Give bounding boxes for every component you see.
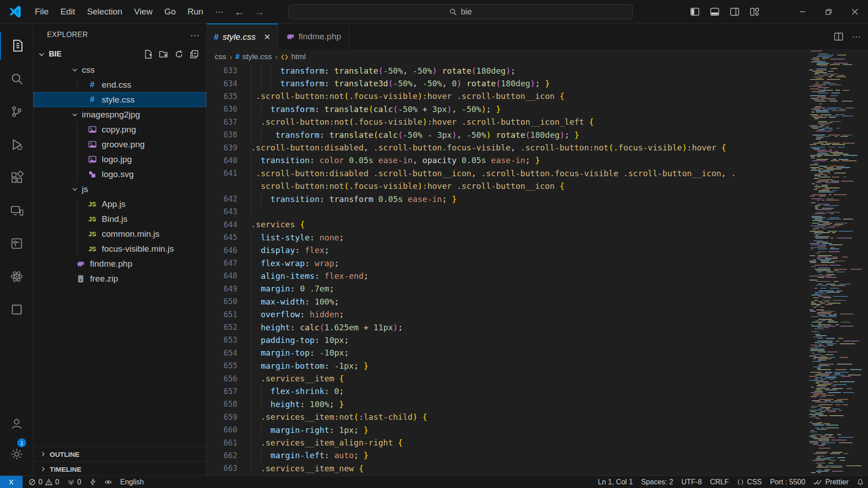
menu-edit[interactable]: Edit: [55, 4, 81, 19]
activity-search-icon[interactable]: [0, 65, 33, 93]
watch-indicator[interactable]: [100, 476, 116, 488]
close-button[interactable]: [842, 0, 868, 23]
encoding-indicator[interactable]: UTF-8: [677, 476, 706, 488]
cursor-position[interactable]: Ln 1, Col 1: [594, 476, 637, 488]
remote-indicator[interactable]: [0, 476, 23, 488]
toggle-secondary-sidebar-icon[interactable]: [730, 7, 740, 17]
tree-file-common-min-js[interactable]: JScommon.min.js: [33, 226, 206, 241]
activity-source-control-icon[interactable]: [0, 98, 33, 126]
code-line-651[interactable]: 651overflow: hidden;: [207, 308, 807, 320]
nav-forward-icon[interactable]: →: [254, 5, 265, 18]
language-mode-indicator[interactable]: CSS: [733, 476, 766, 488]
code-line-652[interactable]: 652height: calc(1.625em + 11px);: [207, 321, 807, 333]
toggle-sidebar-icon[interactable]: [690, 7, 700, 17]
activity-run-debug-icon[interactable]: [0, 131, 33, 159]
code-line-649[interactable]: 649margin: 0 .7em;: [207, 282, 807, 295]
code-line-641[interactable]: 641.scroll-button:disabled .scroll-butto…: [207, 167, 807, 179]
tree-folder-css[interactable]: css: [33, 62, 206, 77]
tree-folder-imagespng2jpg[interactable]: imagespng2jpg: [33, 107, 206, 122]
activity-atom-icon[interactable]: [0, 263, 33, 291]
code-line-644[interactable]: 644.services {: [207, 218, 807, 231]
tree-file-app-js[interactable]: JSApp.js: [33, 197, 206, 211]
code-line-658[interactable]: 658height: 100%; }: [207, 398, 807, 410]
code-line-659[interactable]: 659.services__item:not(:last-child) {: [207, 411, 807, 423]
breadcrumb-html[interactable]: html: [281, 52, 306, 61]
activity-settings-gear-icon[interactable]: [0, 440, 33, 468]
activity-remote-explorer-icon[interactable]: [0, 197, 33, 225]
code-line-650[interactable]: 650max-width: 100%;: [207, 295, 807, 308]
menu-go[interactable]: Go: [158, 4, 181, 19]
code-line-663[interactable]: 663.services__item_new {: [207, 462, 807, 474]
code-line-638[interactable]: 638transform: translate(calc(-50% - 3px)…: [207, 128, 807, 141]
refresh-icon[interactable]: [175, 50, 184, 59]
code-line-657[interactable]: 657flex-shrink: 0;: [207, 385, 807, 398]
lightning-indicator[interactable]: [85, 476, 100, 488]
code-line-640[interactable]: 640transition: color 0.05s ease-in, opac…: [207, 154, 807, 167]
new-folder-icon[interactable]: [159, 50, 168, 59]
code-line-637[interactable]: 637.scroll-button:not(.focus-visible):ho…: [207, 116, 807, 128]
code-line-636[interactable]: 636transform: translate(calc(-50% + 3px)…: [207, 103, 807, 115]
tree-file-copy-png[interactable]: copy.png: [33, 122, 206, 137]
menu-selection[interactable]: Selection: [81, 4, 128, 19]
toggle-panel-icon[interactable]: [710, 7, 720, 17]
tab-findme-php[interactable]: findme.php: [278, 23, 349, 50]
code-line-647[interactable]: 647flex-wrap: wrap;: [207, 257, 807, 269]
new-file-icon[interactable]: [144, 50, 153, 59]
code-line-648[interactable]: 648align-items: flex-end;: [207, 269, 807, 282]
panel-timeline[interactable]: TIMELINE: [33, 461, 207, 475]
tree-file-free-zip[interactable]: free.zip: [33, 271, 206, 286]
code-line-646[interactable]: 646display: flex;: [207, 244, 807, 256]
nav-back-icon[interactable]: ←: [234, 5, 245, 18]
indentation-indicator[interactable]: Spaces: 2: [637, 476, 677, 488]
tree-file-findme-php[interactable]: findme.php: [33, 256, 206, 271]
restore-button[interactable]: [816, 0, 842, 23]
tree-folder-js[interactable]: js: [33, 182, 206, 197]
tree-file-logo-svg[interactable]: logo.svg: [33, 167, 206, 182]
tree-file-style-css[interactable]: #style.css: [33, 92, 206, 107]
tree-file-groove-png[interactable]: groove.png: [33, 137, 206, 152]
live-server-port[interactable]: Port : 5500: [766, 476, 809, 488]
tree-file-logo-jpg[interactable]: logo.jpg: [33, 152, 206, 167]
notifications-indicator[interactable]: [853, 476, 868, 488]
split-editor-icon[interactable]: [834, 32, 844, 42]
code-line-656[interactable]: 656.services__item {: [207, 372, 807, 385]
explorer-more-actions[interactable]: ···: [190, 30, 200, 40]
command-center-search[interactable]: bie: [288, 4, 633, 19]
code-line-662[interactable]: 662margin-left: auto; }: [207, 449, 807, 462]
menu-run[interactable]: Run: [182, 4, 209, 19]
code-line-660[interactable]: 660margin-right: 1px; }: [207, 423, 807, 436]
code-line-653[interactable]: 653padding-top: 10px;: [207, 333, 807, 346]
code-line-645[interactable]: 645list-style: none;: [207, 231, 807, 244]
eol-indicator[interactable]: CRLF: [706, 476, 733, 488]
activity-extensions-icon[interactable]: [0, 164, 33, 192]
code-line-634[interactable]: 634transform: translate3d(-50%, -50%, 0)…: [207, 77, 807, 89]
activity-circuit-board-icon[interactable]: [0, 230, 33, 258]
menu-[interactable]: ···: [209, 4, 230, 19]
breadcrumb-css[interactable]: css: [215, 52, 226, 61]
menu-file[interactable]: File: [29, 4, 55, 19]
code-line-643[interactable]: 643: [207, 205, 807, 218]
code-line-655[interactable]: 655margin-bottom: -1px; }: [207, 359, 807, 372]
panel-outline[interactable]: OUTLINE: [33, 446, 207, 461]
tab-style-css[interactable]: #style.css✕: [207, 23, 278, 50]
code-line-661[interactable]: 661.services__item_align-right {: [207, 436, 807, 449]
code-editor[interactable]: 633transform: translate(-50%, -50%) rota…: [207, 64, 807, 475]
activity-explorer-icon[interactable]: [0, 32, 33, 60]
code-line-654[interactable]: 654margin-top: -10px;: [207, 347, 807, 359]
code-line-639[interactable]: 639.scroll-button:disabled, .scroll-butt…: [207, 141, 807, 154]
code-line-635[interactable]: 635.scroll-button:not(.focus-visible):ho…: [207, 90, 807, 103]
folder-section-header[interactable]: BIE: [33, 46, 206, 62]
collapse-folders-icon[interactable]: [190, 50, 199, 59]
activity-square-tool-icon[interactable]: [0, 296, 33, 324]
problems-indicator[interactable]: 0 0: [24, 476, 63, 488]
code-line-wrap[interactable]: scroll-button:not(.focus-visible):hover …: [207, 180, 807, 192]
activity-account-icon[interactable]: [0, 410, 33, 438]
formatter-indicator[interactable]: Prettier: [809, 476, 853, 488]
tree-file-bind-js[interactable]: JSBind.js: [33, 211, 206, 226]
breadcrumb-style-css[interactable]: #style.css: [236, 52, 272, 61]
editor-more-actions-icon[interactable]: ···: [852, 31, 861, 42]
code-line-633[interactable]: 633transform: translate(-50%, -50%) rota…: [207, 64, 807, 77]
minimize-button[interactable]: [789, 0, 816, 23]
minimap[interactable]: [807, 50, 862, 475]
spell-language-indicator[interactable]: English: [116, 476, 148, 488]
